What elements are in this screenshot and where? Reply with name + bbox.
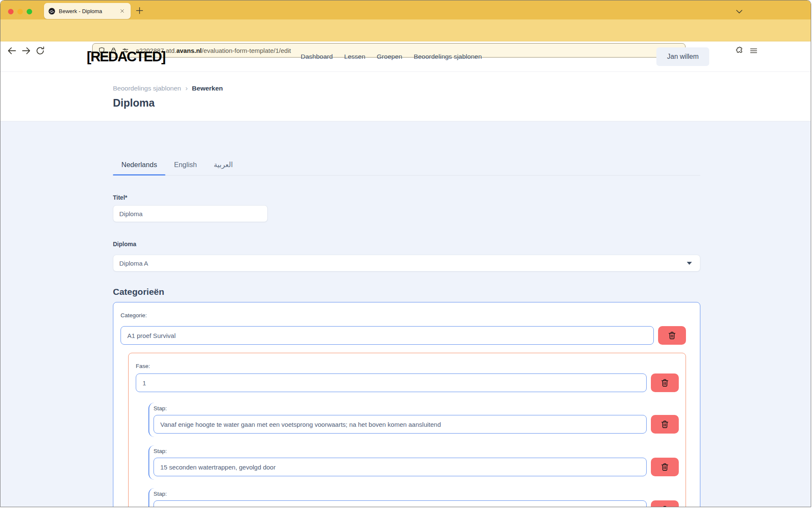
browser-toolbar: a2202887.atd.avans.nl/evaluation-form-te… (0, 19, 811, 41)
site-favicon (48, 8, 55, 15)
step-block: Stap: (148, 403, 679, 437)
step-input-3[interactable] (154, 500, 647, 507)
trash-icon (667, 330, 677, 340)
breadcrumb-parent[interactable]: Beoordelings sjablonen (113, 85, 181, 92)
tab-nederlands[interactable]: Nederlands (113, 156, 165, 175)
active-browser-tab[interactable]: Bewerk - Diploma (44, 3, 131, 19)
title-input[interactable] (113, 205, 268, 222)
nav-item-dashboard[interactable]: Dashboard (301, 53, 333, 60)
zoom-window-button[interactable] (27, 9, 32, 14)
breadcrumb-current: Bewerken (192, 85, 223, 92)
tab-title: Bewerk - Diploma (59, 8, 118, 14)
trash-icon (660, 462, 670, 472)
step-label: Stap: (154, 491, 679, 497)
title-field-label: Titel* (113, 194, 700, 201)
site-header: [REDACTED] Dashboard Lessen Groepen Beoo… (0, 41, 811, 121)
delete-step-button[interactable] (651, 415, 679, 434)
step-input-1[interactable] (154, 415, 647, 434)
tab-english[interactable]: English (165, 156, 205, 175)
tab-arabic[interactable]: العربية (206, 156, 241, 175)
user-menu-button[interactable]: Jan willem (656, 47, 709, 66)
breadcrumb-chevron-icon: › (185, 84, 188, 93)
diploma-select[interactable]: Diploma A (113, 255, 700, 272)
category-input[interactable] (121, 326, 654, 345)
tab-close-icon[interactable] (118, 7, 126, 15)
close-window-button[interactable] (8, 9, 14, 14)
main-nav: Dashboard Lessen Groepen Beoordelings sj… (301, 53, 482, 60)
browser-tabstrip: Bewerk - Diploma (0, 0, 811, 19)
browser-window: Bewerk - Diploma (0, 0, 811, 507)
window-controls (8, 9, 32, 14)
page-title: Diploma (113, 97, 811, 109)
delete-step-button[interactable] (651, 500, 679, 507)
step-block: Stap: (148, 488, 679, 507)
categories-heading: Categorieën (113, 287, 700, 297)
delete-phase-button[interactable] (651, 373, 679, 392)
phase-card: Fase: Stap: (128, 353, 686, 507)
category-card: Categorie: Fase: (113, 302, 700, 507)
nav-item-beoordelings-sjablonen[interactable]: Beoordelings sjablonen (414, 53, 482, 60)
page-content: [REDACTED] Dashboard Lessen Groepen Beoo… (0, 41, 811, 507)
step-block: Stap: (148, 445, 679, 480)
language-tabs: Nederlands English العربية (113, 156, 700, 176)
delete-step-button[interactable] (651, 458, 679, 476)
phase-input[interactable] (136, 373, 647, 392)
tab-list-chevron-down-icon[interactable] (735, 7, 744, 16)
trash-icon (660, 505, 670, 507)
trash-icon (660, 378, 670, 388)
breadcrumb: Beoordelings sjablonen › Bewerken (113, 84, 811, 93)
phase-label: Fase: (136, 363, 679, 369)
step-label: Stap: (154, 405, 679, 412)
step-input-2[interactable] (154, 458, 647, 476)
delete-category-button[interactable] (658, 326, 686, 345)
step-label: Stap: (154, 448, 679, 454)
diploma-select-value: Diploma A (119, 260, 148, 267)
new-tab-button[interactable] (135, 6, 144, 15)
diploma-field-label: Diploma (113, 241, 700, 247)
category-label: Categorie: (121, 312, 686, 319)
minimize-window-button[interactable] (17, 9, 23, 14)
trash-icon (660, 419, 670, 429)
caret-down-icon (687, 262, 692, 265)
nav-item-groepen[interactable]: Groepen (377, 53, 402, 60)
nav-item-lessen[interactable]: Lessen (344, 53, 365, 60)
site-logo: [REDACTED] (87, 49, 165, 65)
